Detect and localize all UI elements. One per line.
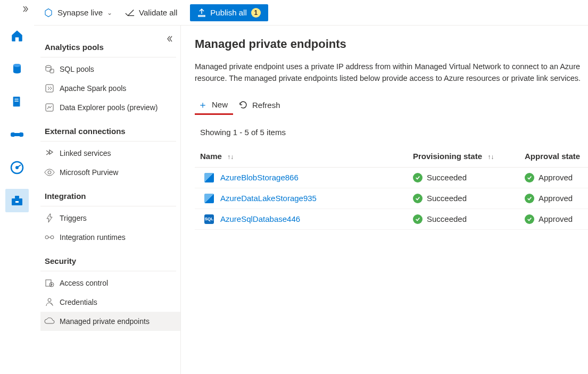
svg-point-17 [51, 236, 54, 239]
validate-all-label: Validate all [139, 8, 177, 17]
purview-icon [45, 168, 54, 177]
section-external-connections: External connections [40, 117, 176, 142]
svg-point-21 [48, 298, 51, 302]
section-security: Security [40, 247, 176, 271]
left-icon-rail [0, 0, 34, 374]
data-explorer-icon [45, 103, 54, 112]
linked-services-icon [45, 148, 54, 158]
refresh-icon [238, 100, 248, 110]
nav-manage[interactable] [5, 189, 29, 212]
sidebar-label: Linked services [60, 149, 111, 157]
sidebar-label: Microsoft Purview [60, 168, 118, 177]
sidebar-item-integration-runtimes[interactable]: Integration runtimes [40, 228, 180, 247]
main-content: Managed private endpoints Managed privat… [181, 26, 588, 374]
sql-pools-icon [45, 64, 54, 74]
page-title: Managed private endpoints [195, 37, 588, 51]
section-integration: Integration [40, 182, 176, 206]
sidebar-item-spark-pools[interactable]: Apache Spark pools [40, 79, 180, 98]
sidebar-item-linked-services[interactable]: Linked services [40, 144, 180, 163]
provisioning-status: Succeeded [413, 194, 513, 203]
success-icon [525, 214, 534, 224]
new-button[interactable]: ＋ New [195, 95, 233, 115]
svg-rect-9 [15, 201, 19, 203]
svg-rect-2 [14, 99, 18, 100]
chevron-down-icon: ⌄ [107, 9, 112, 16]
showing-count: Showing 1 - 5 of 5 items [195, 128, 588, 137]
sidebar-label: Apache Spark pools [60, 84, 126, 93]
approval-status: Approved [525, 173, 582, 182]
svg-rect-8 [15, 196, 19, 198]
synapse-live-dropdown[interactable]: Synapse live ⌄ [44, 8, 112, 18]
sidebar-item-credentials[interactable]: Credentials [40, 293, 180, 312]
synapse-live-label: Synapse live [57, 8, 103, 17]
validate-all-button[interactable]: Validate all [125, 8, 177, 17]
endpoint-link[interactable]: AzureDataLakeStorage935 [220, 194, 317, 203]
svg-point-0 [13, 64, 21, 67]
synapse-icon [44, 8, 53, 18]
rail-expand-icon[interactable] [21, 5, 29, 14]
nav-develop[interactable] [5, 90, 29, 113]
sidebar-collapse-icon[interactable] [167, 35, 174, 44]
publish-all-button[interactable]: Publish all 1 [190, 4, 268, 21]
provisioning-status: Succeeded [413, 173, 513, 182]
approval-status: Approved [525, 194, 582, 203]
sidebar-label: Triggers [60, 214, 87, 222]
publish-icon [197, 9, 206, 17]
sidebar-item-sql-pools[interactable]: SQL pools [40, 60, 180, 79]
resource-icon: SQL [204, 214, 214, 224]
sidebar-item-data-explorer-pools[interactable]: Data Explorer pools (preview) [40, 98, 180, 117]
nav-data[interactable] [5, 57, 29, 80]
sort-icon: ↑↓ [227, 153, 234, 161]
sidebar-label: Credentials [60, 298, 97, 306]
sidebar-label: Data Explorer pools (preview) [60, 103, 158, 112]
nav-home[interactable] [5, 24, 29, 47]
sidebar-label: Managed private endpoints [60, 317, 150, 326]
resource-icon [204, 173, 214, 182]
plus-icon: ＋ [198, 98, 208, 111]
resource-icon [204, 194, 214, 203]
svg-point-15 [48, 171, 51, 174]
sidebar-label: SQL pools [60, 65, 94, 73]
sidebar-item-managed-private-endpoints[interactable]: Managed private endpoints [40, 312, 180, 331]
svg-rect-3 [14, 101, 18, 102]
approval-status: Approved [525, 214, 582, 224]
triggers-icon [45, 213, 54, 223]
top-toolbar: Synapse live ⌄ Validate all Publish all … [34, 0, 588, 26]
sidebar-label: Access control [60, 279, 108, 287]
svg-point-11 [46, 65, 51, 68]
success-icon [413, 194, 423, 203]
success-icon [525, 194, 534, 203]
table-row: AzureBlobStorage866SucceededApproved [195, 167, 588, 188]
section-analytics-pools: Analytics pools [40, 33, 176, 57]
col-name[interactable]: Name ↑↓ [195, 147, 408, 168]
endpoint-link[interactable]: AzureSqlDatabase446 [220, 214, 300, 223]
refresh-label: Refresh [252, 101, 280, 110]
nav-monitor[interactable] [5, 156, 29, 179]
publish-count-badge: 1 [251, 8, 261, 18]
manage-sidebar: Analytics pools SQL pools Apache Spark p… [34, 26, 181, 374]
credentials-icon [45, 297, 54, 307]
sidebar-item-purview[interactable]: Microsoft Purview [40, 163, 180, 182]
integration-runtimes-icon [45, 232, 54, 242]
provisioning-status: Succeeded [413, 214, 513, 224]
endpoints-table: Name ↑↓ Provisioning state ↑↓ Approval s… [195, 147, 588, 230]
nav-integrate[interactable] [5, 123, 29, 146]
col-approval[interactable]: Approval state [519, 147, 588, 168]
new-label: New [212, 100, 228, 109]
sidebar-item-triggers[interactable]: Triggers [40, 209, 180, 228]
success-icon [413, 173, 423, 182]
action-bar: ＋ New Refresh [195, 95, 588, 115]
svg-point-16 [45, 236, 48, 239]
sidebar-label: Integration runtimes [60, 233, 126, 242]
endpoint-link[interactable]: AzureBlobStorage866 [220, 173, 299, 182]
refresh-button[interactable]: Refresh [235, 97, 286, 113]
col-provisioning[interactable]: Provisioning state ↑↓ [408, 147, 519, 168]
validate-icon [125, 9, 135, 17]
success-icon [525, 173, 534, 182]
sort-icon: ↑↓ [487, 153, 494, 161]
table-row: AzureDataLakeStorage935SucceededApproved [195, 188, 588, 209]
publish-all-label: Publish all [210, 8, 246, 17]
page-description: Managed private endpoint uses a private … [195, 61, 588, 85]
access-control-icon [45, 278, 54, 288]
sidebar-item-access-control[interactable]: Access control [40, 273, 180, 293]
